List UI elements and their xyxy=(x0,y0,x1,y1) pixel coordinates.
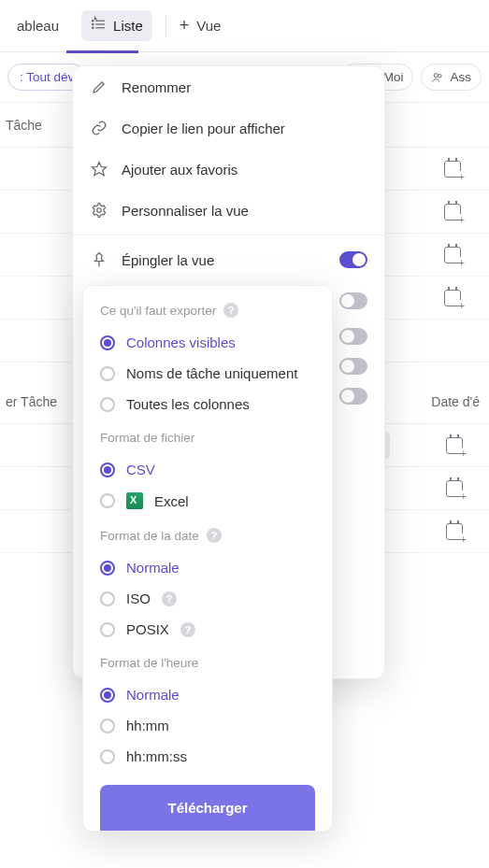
gear-icon xyxy=(90,201,108,220)
toggle-3[interactable] xyxy=(339,358,367,375)
svg-point-10 xyxy=(97,208,102,213)
add-view-label: Vue xyxy=(196,18,221,34)
file-format-header: Format de fichier xyxy=(83,420,332,454)
toggle-2[interactable] xyxy=(339,328,367,345)
toggle-4[interactable] xyxy=(339,388,367,405)
pin-view-menu-item[interactable]: Épingler la vue xyxy=(73,239,384,280)
time-format-header: Format de l'heure xyxy=(83,645,332,679)
export-visible-cols-option[interactable]: Colonnes visibles xyxy=(83,327,332,358)
date-picker-icon[interactable] xyxy=(444,247,461,263)
radio-icon xyxy=(100,719,115,733)
help-icon[interactable]: ? xyxy=(180,622,195,637)
view-tabs-bar: ableau Liste + Vue xyxy=(0,0,489,52)
export-task-names-option[interactable]: Noms de tâche uniquement xyxy=(83,358,332,389)
date-format-header: Format de la date ? xyxy=(83,517,332,552)
export-what-label: Ce qu'il faut exporter xyxy=(100,304,216,318)
pin-label: Épingler la vue xyxy=(122,252,214,268)
tab-liste-label: Liste xyxy=(113,18,143,34)
radio-icon xyxy=(100,688,115,703)
star-icon xyxy=(90,160,108,178)
radio-icon xyxy=(100,493,115,508)
date-picker-icon[interactable] xyxy=(444,204,461,221)
help-icon[interactable]: ? xyxy=(223,303,238,318)
column-header-2b: Date d'é xyxy=(431,394,480,409)
toggle-1[interactable] xyxy=(339,292,367,309)
hhmmss-label: hh:mm:ss xyxy=(126,748,187,764)
excel-label: Excel xyxy=(154,493,189,509)
svg-point-4 xyxy=(93,23,94,25)
copy-link-menu-item[interactable]: Copier le lien pour afficher xyxy=(73,107,384,149)
svg-marker-9 xyxy=(93,163,107,176)
time-normal-option[interactable]: Normale xyxy=(83,679,332,710)
iso-label: ISO xyxy=(126,591,151,606)
tab-tableau[interactable]: ableau xyxy=(7,12,68,39)
radio-icon xyxy=(100,335,115,350)
rename-menu-item[interactable]: Renommer xyxy=(73,66,384,107)
download-button[interactable]: Télécharger xyxy=(100,785,315,831)
favorite-label: Ajouter aux favoris xyxy=(122,162,237,178)
rename-label: Renommer xyxy=(122,79,191,95)
add-view-button[interactable]: + Vue xyxy=(180,16,222,36)
csv-label: CSV xyxy=(126,462,155,477)
time-normal-label: Normale xyxy=(126,687,180,703)
date-picker-icon[interactable] xyxy=(444,161,461,178)
menu-separator xyxy=(73,235,384,235)
radio-icon xyxy=(100,749,115,764)
date-posix-option[interactable]: POSIX ? xyxy=(83,614,332,645)
file-format-label: Format de fichier xyxy=(100,431,194,445)
pin-toggle[interactable] xyxy=(339,251,367,268)
excel-icon xyxy=(126,492,143,509)
date-picker-icon[interactable] xyxy=(446,480,463,497)
copy-link-label: Copier le lien pour afficher xyxy=(122,121,285,136)
radio-icon xyxy=(100,397,115,412)
assigned-filter-button[interactable]: Ass xyxy=(421,64,482,91)
radio-icon xyxy=(100,366,115,381)
help-icon[interactable]: ? xyxy=(207,528,222,543)
svg-point-5 xyxy=(93,27,94,29)
customize-menu-item[interactable]: Personnaliser la vue xyxy=(73,190,384,231)
radio-icon xyxy=(100,591,115,606)
assigned-filter-label: Ass xyxy=(450,70,471,84)
export-submenu: Ce qu'il faut exporter ? Colonnes visibl… xyxy=(82,285,333,832)
format-excel-option[interactable]: Excel xyxy=(83,485,332,517)
radio-icon xyxy=(100,622,115,637)
date-picker-icon[interactable] xyxy=(446,523,463,540)
tab-liste[interactable]: Liste xyxy=(81,10,152,41)
link-icon xyxy=(90,119,108,137)
time-format-label: Format de l'heure xyxy=(100,656,198,670)
posix-label: POSIX xyxy=(126,621,169,637)
column-name-label: Tâche xyxy=(6,118,42,133)
group-header-label: er Tâche xyxy=(6,394,57,409)
active-tab-underline xyxy=(66,50,138,53)
radio-icon xyxy=(100,561,115,576)
radio-icon xyxy=(100,462,115,477)
hhmm-label: hh:mm xyxy=(126,718,169,733)
help-icon[interactable]: ? xyxy=(162,591,177,606)
svg-point-7 xyxy=(435,73,439,77)
divider xyxy=(165,16,166,36)
pin-icon xyxy=(90,250,108,269)
plus-icon: + xyxy=(180,16,190,36)
svg-point-3 xyxy=(93,21,94,22)
visible-cols-label: Colonnes visibles xyxy=(126,334,236,350)
export-what-header: Ce qu'il faut exporter ? xyxy=(83,299,332,327)
date-iso-option[interactable]: ISO ? xyxy=(83,583,332,614)
date-picker-icon[interactable] xyxy=(444,290,461,306)
pencil-icon xyxy=(90,78,108,96)
task-names-label: Noms de tâche uniquement xyxy=(126,365,297,381)
format-csv-option[interactable]: CSV xyxy=(83,454,332,485)
pinned-list-icon xyxy=(91,16,108,36)
time-hhmm-option[interactable]: hh:mm xyxy=(83,710,332,741)
date-normal-option[interactable]: Normale xyxy=(83,552,332,583)
svg-point-8 xyxy=(439,74,442,78)
time-hhmmss-option[interactable]: hh:mm:ss xyxy=(83,741,332,772)
export-all-cols-option[interactable]: Toutes les colonnes xyxy=(83,389,332,420)
date-format-label: Format de la date xyxy=(100,529,199,543)
all-cols-label: Toutes les colonnes xyxy=(126,396,250,412)
date-normal-label: Normale xyxy=(126,560,180,576)
date-picker-icon[interactable] xyxy=(446,437,463,454)
favorite-menu-item[interactable]: Ajouter aux favoris xyxy=(73,149,384,190)
customize-label: Personnaliser la vue xyxy=(122,203,249,219)
